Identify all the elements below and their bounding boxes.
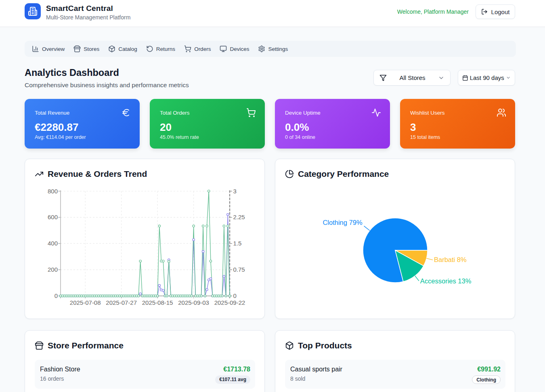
svg-text:1.5: 1.5 bbox=[233, 240, 242, 247]
svg-text:0: 0 bbox=[233, 292, 237, 299]
svg-text:2025-07-27: 2025-07-27 bbox=[106, 299, 137, 306]
svg-text:Clothing 79%: Clothing 79% bbox=[323, 219, 362, 226]
svg-text:800: 800 bbox=[48, 188, 58, 195]
svg-text:Barbati 8%: Barbati 8% bbox=[434, 256, 467, 263]
svg-text:0.75: 0.75 bbox=[233, 266, 245, 273]
svg-text:Accessories 13%: Accessories 13% bbox=[420, 277, 472, 285]
svg-text:2025-07-08: 2025-07-08 bbox=[70, 299, 101, 306]
svg-text:3: 3 bbox=[233, 188, 237, 195]
svg-text:600: 600 bbox=[48, 214, 58, 220]
svg-text:2025-08-15: 2025-08-15 bbox=[142, 299, 173, 306]
svg-text:400: 400 bbox=[48, 240, 58, 247]
svg-text:200: 200 bbox=[48, 266, 58, 273]
svg-text:2025-09-03: 2025-09-03 bbox=[178, 299, 209, 306]
svg-text:2.25: 2.25 bbox=[233, 214, 245, 220]
svg-text:2025-09-22: 2025-09-22 bbox=[214, 299, 245, 306]
svg-text:0: 0 bbox=[55, 292, 58, 299]
